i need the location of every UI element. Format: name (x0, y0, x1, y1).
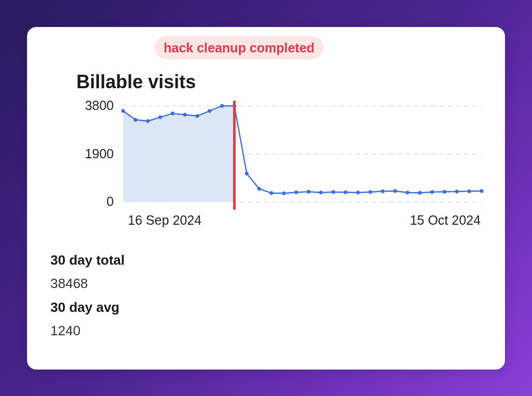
svg-point-7 (134, 118, 137, 121)
svg-point-22 (319, 190, 322, 194)
svg-point-25 (356, 190, 360, 194)
total-value: 38468 (50, 272, 482, 296)
svg-point-31 (431, 190, 434, 193)
svg-point-18 (270, 191, 273, 194)
svg-point-23 (331, 190, 335, 193)
svg-point-14 (220, 104, 223, 107)
avg-value: 1240 (50, 319, 482, 343)
svg-point-11 (183, 113, 187, 116)
svg-text:0: 0 (107, 194, 114, 209)
svg-text:1900: 1900 (85, 146, 114, 160)
chart-title: Billable visits (76, 71, 482, 93)
svg-point-10 (171, 112, 174, 115)
svg-point-30 (418, 191, 421, 194)
svg-point-20 (295, 190, 298, 194)
chart-container: 01900380016 Sep 202415 Oct 2024 (76, 101, 487, 230)
svg-text:15 Oct 2024: 15 Oct 2024 (410, 213, 481, 227)
svg-point-9 (158, 115, 162, 118)
svg-point-27 (381, 189, 384, 193)
svg-point-16 (245, 172, 248, 175)
chart-card: hack cleanup completed Billable visits 0… (27, 27, 505, 370)
svg-point-19 (282, 192, 285, 195)
svg-point-29 (406, 190, 409, 194)
svg-point-32 (443, 190, 446, 193)
svg-point-26 (369, 190, 372, 193)
svg-point-35 (480, 189, 483, 192)
avg-label: 30 day avg (50, 296, 482, 320)
svg-point-13 (208, 109, 211, 112)
svg-point-34 (468, 189, 471, 193)
stats-block: 30 day total 38468 30 day avg 1240 (50, 249, 482, 343)
svg-point-33 (455, 189, 458, 193)
svg-point-21 (307, 190, 310, 193)
svg-text:16 Sep 2024: 16 Sep 2024 (128, 213, 202, 227)
svg-point-17 (258, 187, 261, 190)
svg-point-8 (146, 119, 149, 122)
svg-point-28 (393, 189, 396, 192)
svg-point-12 (196, 114, 199, 117)
annotation-badge: hack cleanup completed (154, 36, 324, 60)
area-chart: 01900380016 Sep 202415 Oct 2024 (76, 101, 487, 230)
svg-point-24 (344, 190, 347, 194)
total-label: 30 day total (50, 249, 482, 272)
svg-text:3800: 3800 (85, 101, 114, 113)
svg-point-6 (122, 109, 125, 112)
